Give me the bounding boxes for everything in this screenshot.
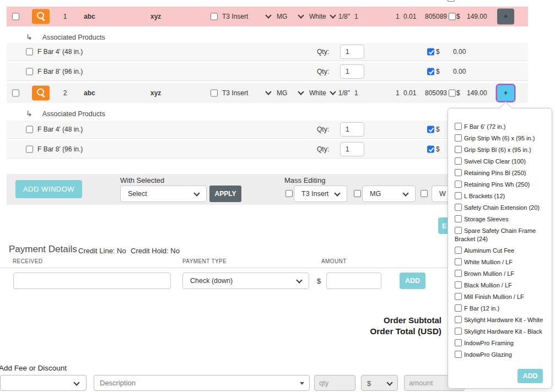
- apply-button[interactable]: APPLY: [209, 186, 241, 202]
- assoc-checkbox[interactable]: [26, 68, 33, 75]
- fee-qty-input[interactable]: [314, 375, 355, 391]
- qty-input[interactable]: [340, 122, 364, 137]
- chevron-down-icon[interactable]: [331, 88, 335, 96]
- popup-product-option[interactable]: Storage Sleeves: [455, 215, 546, 224]
- mass-insert-select[interactable]: T3 Insert: [294, 186, 347, 202]
- popup-product-option[interactable]: Spare Safety Chain Frame Bracket (24): [455, 227, 546, 243]
- color-select-value[interactable]: White: [309, 89, 326, 97]
- associated-products-header: ↳Associated Products: [26, 109, 105, 118]
- checkbox[interactable]: [455, 169, 462, 176]
- chevron-down-icon: [334, 190, 340, 196]
- insert-checkbox[interactable]: [211, 13, 218, 20]
- fee-description-input[interactable]: [94, 375, 310, 391]
- checkbox[interactable]: [455, 123, 462, 130]
- order-total-label: Order Total (USD): [221, 326, 441, 336]
- popup-product-option[interactable]: Grip Strip Wh (6) x (95 in.): [455, 134, 546, 143]
- mass-grade-select[interactable]: MG: [362, 186, 416, 202]
- checkbox[interactable]: [455, 215, 462, 222]
- checkbox[interactable]: [455, 270, 462, 277]
- popup-product-option[interactable]: Mill Finish Mullion / LF: [455, 293, 546, 301]
- checkbox[interactable]: [455, 351, 462, 358]
- checkbox[interactable]: [455, 181, 462, 188]
- popup-add-button[interactable]: ADD: [518, 369, 543, 383]
- checkbox[interactable]: [448, 0, 455, 2]
- row-checkbox[interactable]: [12, 90, 19, 97]
- checkbox[interactable]: [455, 192, 462, 199]
- popup-product-option[interactable]: F Bar 6' (72 in.): [455, 123, 546, 131]
- checkbox[interactable]: [455, 339, 462, 346]
- checkbox[interactable]: [455, 281, 462, 288]
- popup-product-option[interactable]: Skylight Hardware Kit - Black: [455, 328, 546, 336]
- price-checkbox-checked[interactable]: [427, 126, 434, 133]
- popup-product-option[interactable]: Safety Chain Extension (20): [455, 204, 546, 212]
- checkbox[interactable]: [455, 247, 462, 254]
- checkbox[interactable]: [455, 328, 462, 335]
- row-checkbox[interactable]: [12, 13, 19, 20]
- chevron-down-icon[interactable]: [299, 88, 303, 96]
- add-payment-button[interactable]: ADD: [400, 273, 425, 289]
- qty-label: Qty:: [317, 145, 329, 153]
- price-checkbox-checked[interactable]: [427, 68, 434, 75]
- popup-product-option[interactable]: Brown Mullion / LF: [455, 270, 546, 278]
- popup-product-option[interactable]: Grip Strip Bl (6) x (95 in.): [455, 146, 546, 154]
- popup-product-option[interactable]: Retaining Pins Bl (250): [455, 169, 546, 177]
- popup-product-option[interactable]: IndowPro Glazing: [455, 351, 546, 359]
- qty-input[interactable]: [340, 64, 364, 79]
- checkbox[interactable]: [455, 204, 462, 211]
- search-button[interactable]: [32, 9, 50, 24]
- price-checkbox[interactable]: [449, 13, 456, 20]
- insert-select-value[interactable]: T3 Insert: [222, 89, 248, 97]
- grade-select-value[interactable]: MG: [277, 13, 287, 20]
- popup-product-option[interactable]: F Bar (12 in.): [455, 304, 546, 313]
- assoc-checkbox[interactable]: [26, 48, 33, 56]
- fee-type-select[interactable]: [0, 375, 87, 391]
- add-window-button[interactable]: ADD WINDOW: [15, 180, 82, 198]
- window-name: abc: [84, 13, 95, 20]
- checkbox[interactable]: [455, 134, 462, 141]
- price-checkbox-checked[interactable]: [427, 48, 434, 56]
- dropdown-caret-icon[interactable]: [300, 382, 304, 385]
- popup-product-option[interactable]: L Brackets (12): [455, 192, 546, 200]
- qty-input[interactable]: [340, 45, 364, 59]
- popup-product-option[interactable]: Aluminum Cut Fee: [455, 247, 546, 255]
- assoc-checkbox[interactable]: [26, 126, 33, 133]
- checkbox[interactable]: [455, 293, 462, 300]
- popup-product-option[interactable]: Skylight Hardware Kit - White: [455, 316, 546, 324]
- checkbox[interactable]: [455, 304, 462, 312]
- color-select-value[interactable]: White: [309, 13, 326, 20]
- insert-checkbox[interactable]: [211, 90, 218, 97]
- chevron-down-icon[interactable]: [299, 12, 303, 19]
- popup-product-option[interactable]: Black Mullion / LF: [455, 281, 546, 290]
- checkbox[interactable]: [455, 157, 462, 165]
- checkbox[interactable]: [455, 258, 462, 265]
- add-associated-button[interactable]: +: [497, 9, 514, 25]
- received-input[interactable]: [13, 273, 171, 289]
- mass-edit-checkbox[interactable]: [421, 190, 428, 197]
- add-associated-button-active[interactable]: +: [497, 85, 514, 101]
- return-arrow-icon: ↳: [26, 32, 33, 41]
- checkbox[interactable]: [455, 316, 462, 323]
- assoc-checkbox[interactable]: [26, 146, 33, 153]
- insert-select-value[interactable]: T3 Insert: [222, 13, 248, 20]
- mass-edit-checkbox[interactable]: [354, 190, 361, 197]
- with-selected-select[interactable]: Select: [120, 186, 207, 202]
- checkbox[interactable]: [455, 227, 462, 234]
- grade-select-value[interactable]: MG: [277, 89, 287, 97]
- payment-type-select[interactable]: Check (down): [182, 273, 309, 289]
- popup-product-option[interactable]: IndowPro Framing: [455, 339, 546, 347]
- payment-amount-input[interactable]: [326, 273, 381, 289]
- chevron-down-icon[interactable]: [266, 12, 271, 19]
- fee-unit-select[interactable]: $: [361, 375, 398, 391]
- price-checkbox-checked[interactable]: [427, 146, 434, 153]
- price-checkbox[interactable]: [449, 90, 456, 97]
- chevron-down-icon[interactable]: [266, 88, 271, 96]
- mass-edit-checkbox[interactable]: [285, 190, 293, 197]
- popup-product-option[interactable]: Retaining Pins Wh (250): [455, 181, 546, 189]
- popup-product-option[interactable]: Swivel Clip Clear (100): [455, 157, 546, 166]
- popup-product-option[interactable]: White Mullion / LF: [455, 258, 546, 266]
- search-button[interactable]: [32, 86, 50, 101]
- window-row-2: 2 abc xyz T3 Insert MG White 1/8" 1 1 0.…: [7, 83, 528, 103]
- qty-input[interactable]: [340, 142, 364, 156]
- chevron-down-icon[interactable]: [331, 12, 335, 19]
- checkbox[interactable]: [455, 146, 462, 153]
